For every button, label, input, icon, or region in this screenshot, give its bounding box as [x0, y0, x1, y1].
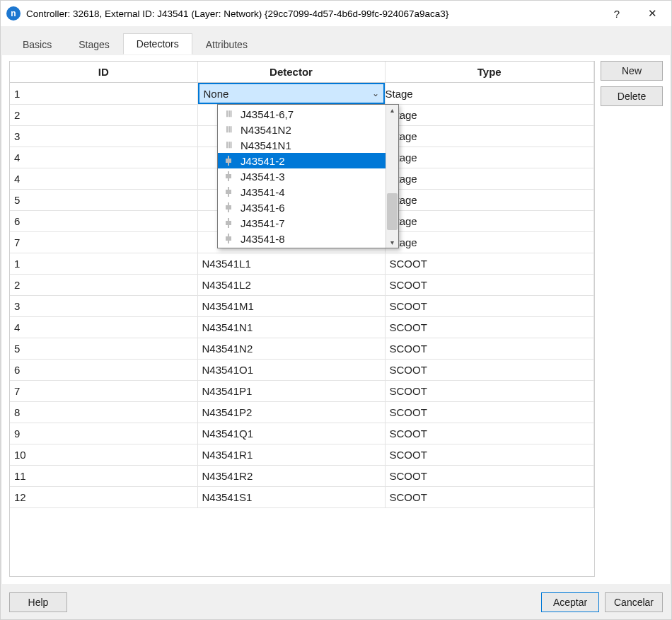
tab-stages[interactable]: Stages [65, 34, 123, 54]
cell-id[interactable]: 1 [10, 83, 197, 105]
cell-id[interactable]: 2 [10, 275, 197, 296]
cell-type[interactable]: SCOOT [385, 381, 594, 402]
column-header-id[interactable]: ID [10, 62, 197, 83]
cell-type[interactable]: Stage [385, 105, 594, 126]
cell-detector[interactable]: N43541L1 [197, 253, 385, 275]
cell-id[interactable]: 6 [10, 360, 197, 381]
cell-type[interactable]: SCOOT [385, 466, 594, 487]
tab-attributes[interactable]: Attributes [192, 34, 261, 54]
cell-id[interactable]: 1 [10, 253, 197, 275]
table-row[interactable]: 10N43541R1SCOOT [10, 444, 594, 466]
scroll-track[interactable] [386, 115, 398, 237]
dropdown-item[interactable]: ⦀⦀N43541N1 [218, 137, 386, 153]
dropdown-scrollbar[interactable]: ▴ ▾ [386, 105, 398, 248]
table-row[interactable]: 6N43541O1SCOOT [10, 360, 594, 381]
dropdown-item[interactable]: J43541-3 [218, 168, 386, 184]
cell-id[interactable]: 2 [10, 105, 197, 126]
delete-button[interactable]: Delete [601, 86, 663, 106]
cell-id[interactable]: 9 [10, 423, 197, 444]
cell-id[interactable]: 3 [10, 296, 197, 317]
close-button[interactable]: ✕ [637, 3, 667, 24]
cell-detector[interactable]: N43541R2 [197, 466, 385, 487]
cell-id[interactable]: 8 [10, 402, 197, 423]
dropdown-item-label: N43541N2 [241, 124, 291, 136]
cell-id[interactable]: 4 [10, 317, 197, 338]
dropdown-item[interactable]: J43541-2 [218, 153, 386, 168]
cell-detector[interactable]: N43541Q1 [197, 423, 385, 444]
table-row[interactable]: 4N43541N1SCOOT [10, 317, 594, 338]
cell-type[interactable]: SCOOT [385, 423, 594, 444]
cell-detector[interactable]: N43541R1 [197, 444, 385, 466]
cancel-button[interactable]: Cancelar [605, 592, 663, 612]
cell-type[interactable]: Stage [385, 211, 594, 232]
scroll-thumb[interactable] [387, 193, 398, 230]
cell-type[interactable]: Stage [385, 190, 594, 211]
table-row[interactable]: 11N43541R2SCOOT [10, 466, 594, 487]
table-row[interactable]: 8N43541P2SCOOT [10, 402, 594, 423]
cell-id[interactable]: 7 [10, 381, 197, 402]
cell-id[interactable]: 12 [10, 487, 197, 508]
cell-type[interactable]: SCOOT [385, 296, 594, 317]
cell-type[interactable]: SCOOT [385, 317, 594, 338]
dropdown-item[interactable]: J43541-6 [218, 200, 386, 215]
column-header-type[interactable]: Type [385, 62, 594, 83]
cell-id[interactable]: 11 [10, 466, 197, 487]
dropdown-item[interactable]: J43541-4 [218, 184, 386, 200]
scroll-up-icon[interactable]: ▴ [390, 105, 394, 115]
svg-rect-5 [226, 190, 231, 194]
tab-basics[interactable]: Basics [9, 34, 65, 54]
table-row[interactable]: 5N43541N2SCOOT [10, 338, 594, 360]
cell-type[interactable]: Stage [385, 83, 594, 105]
table-row[interactable]: 1None⌄Stage [10, 83, 594, 105]
tab-detectors[interactable]: Detectors [123, 33, 192, 54]
cell-id[interactable]: 5 [10, 190, 197, 211]
scroll-down-icon[interactable]: ▾ [390, 237, 394, 248]
dropdown-item[interactable]: ⦀⦀J43541-6,7 [218, 106, 386, 122]
cell-detector[interactable]: N43541P1 [197, 381, 385, 402]
new-button[interactable]: New [601, 61, 663, 81]
table-row[interactable]: 9N43541Q1SCOOT [10, 423, 594, 444]
cell-detector[interactable]: N43541S1 [197, 487, 385, 508]
close-icon: ✕ [648, 7, 657, 20]
cell-id[interactable]: 6 [10, 211, 197, 232]
cell-detector[interactable]: N43541O1 [197, 360, 385, 381]
table-row[interactable]: 1N43541L1SCOOT [10, 253, 594, 275]
cell-id[interactable]: 5 [10, 338, 197, 360]
table-row[interactable]: 2N43541L2SCOOT [10, 275, 594, 296]
table-row[interactable]: 7N43541P1SCOOT [10, 381, 594, 402]
cell-type[interactable]: SCOOT [385, 275, 594, 296]
cell-type[interactable]: Stage [385, 232, 594, 253]
cell-detector[interactable]: N43541M1 [197, 296, 385, 317]
cell-id[interactable]: 10 [10, 444, 197, 466]
table-row[interactable]: 12N43541S1SCOOT [10, 487, 594, 508]
table-row[interactable]: 3N43541M1SCOOT [10, 296, 594, 317]
cell-detector[interactable]: None⌄ [197, 83, 385, 105]
cell-type[interactable]: SCOOT [385, 444, 594, 466]
cell-id[interactable]: 4 [10, 147, 197, 168]
cell-detector[interactable]: N43541N1 [197, 317, 385, 338]
dialog-window: n Controller: 32618, External ID: J43541… [0, 0, 672, 620]
cell-id[interactable]: 7 [10, 232, 197, 253]
cell-detector[interactable]: N43541L2 [197, 275, 385, 296]
cell-type[interactable]: Stage [385, 126, 594, 147]
cell-type[interactable]: Stage [385, 168, 594, 190]
cell-id[interactable]: 4 [10, 168, 197, 190]
cell-type[interactable]: SCOOT [385, 360, 594, 381]
cell-type[interactable]: SCOOT [385, 338, 594, 360]
help-footer-button[interactable]: Help [9, 592, 67, 612]
accept-button[interactable]: Aceptar [541, 592, 599, 612]
cell-type[interactable]: Stage [385, 147, 594, 168]
cell-id[interactable]: 3 [10, 126, 197, 147]
dropdown-item[interactable]: J43541-7 [218, 215, 386, 231]
cell-type[interactable]: SCOOT [385, 487, 594, 508]
cell-detector[interactable]: N43541P2 [197, 402, 385, 423]
help-button[interactable]: ? [602, 3, 632, 24]
dropdown-item[interactable]: ⦀⦀N43541N2 [218, 122, 386, 137]
cell-type[interactable]: SCOOT [385, 402, 594, 423]
cell-detector[interactable]: N43541N2 [197, 338, 385, 360]
column-header-detector[interactable]: Detector [197, 62, 385, 83]
detector-dropdown[interactable]: ⦀⦀J43541-6,7⦀⦀N43541N2⦀⦀N43541N1J43541-2… [217, 104, 399, 248]
detector-combobox[interactable]: None⌄ [198, 83, 385, 104]
dropdown-item[interactable]: J43541-8 [218, 231, 386, 246]
cell-type[interactable]: SCOOT [385, 253, 594, 275]
